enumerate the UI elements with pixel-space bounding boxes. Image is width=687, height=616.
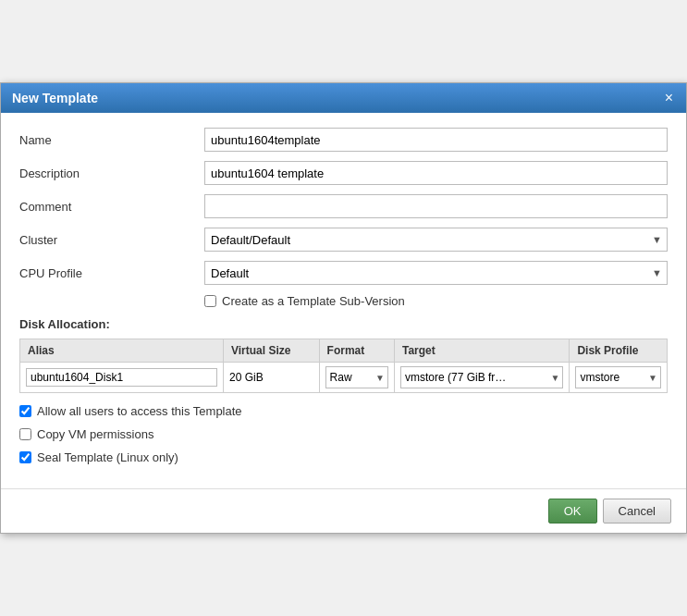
allow-users-checkbox[interactable] xyxy=(19,405,31,417)
close-button[interactable]: × xyxy=(663,91,675,105)
col-format: Format xyxy=(319,339,394,363)
format-select[interactable]: Raw xyxy=(325,366,388,388)
disk-profile-cell: vmstore ▼ xyxy=(570,363,668,393)
allow-users-row: Allow all users to access this Template xyxy=(19,404,668,418)
cpu-profile-select[interactable]: Default xyxy=(204,261,668,285)
cluster-row: Cluster Default/Default ▼ xyxy=(19,228,668,252)
cluster-select-wrap: Default/Default ▼ xyxy=(204,228,668,252)
comment-row: Comment xyxy=(19,194,668,218)
disk-allocation-title: Disk Allocation: xyxy=(19,317,668,331)
description-label: Description xyxy=(19,166,204,180)
allow-users-label[interactable]: Allow all users to access this Template xyxy=(37,404,242,418)
cluster-label: Cluster xyxy=(19,233,204,247)
target-cell: vmstore (77 GiB fr… ▼ xyxy=(394,363,569,393)
cpu-profile-select-wrap: Default ▼ xyxy=(204,261,668,285)
dialog-title: New Template xyxy=(12,91,98,105)
col-target: Target xyxy=(394,339,569,363)
format-select-wrap: Raw ▼ xyxy=(325,366,388,388)
format-cell: Raw ▼ xyxy=(319,363,394,393)
cpu-profile-label: CPU Profile xyxy=(19,266,204,280)
target-select-wrap: vmstore (77 GiB fr… ▼ xyxy=(400,366,563,388)
disk-allocation-table: Alias Virtual Size Format Target Disk Pr… xyxy=(19,339,668,393)
description-row: Description xyxy=(19,161,668,185)
target-select[interactable]: vmstore (77 GiB fr… xyxy=(400,366,563,388)
col-disk-profile: Disk Profile xyxy=(570,339,668,363)
sub-version-checkbox[interactable] xyxy=(204,295,216,307)
col-virtual-size: Virtual Size xyxy=(223,339,319,363)
table-header-row: Alias Virtual Size Format Target Disk Pr… xyxy=(20,339,668,363)
dialog-body: Name Description Comment Cluster Default… xyxy=(1,113,686,488)
cpu-profile-row: CPU Profile Default ▼ xyxy=(19,261,668,285)
copy-permissions-checkbox[interactable] xyxy=(19,428,31,440)
copy-permissions-label[interactable]: Copy VM permissions xyxy=(37,427,153,441)
comment-input[interactable] xyxy=(204,194,668,218)
seal-template-row: Seal Template (Linux only) xyxy=(19,450,668,464)
copy-permissions-row: Copy VM permissions xyxy=(19,427,668,441)
name-label: Name xyxy=(19,133,204,147)
new-template-dialog: New Template × Name Description Comment … xyxy=(0,82,687,534)
sub-version-label[interactable]: Create as a Template Sub-Version xyxy=(222,294,405,308)
ok-button[interactable]: OK xyxy=(548,499,597,524)
virtual-size-cell: 20 GiB xyxy=(223,363,319,393)
description-input[interactable] xyxy=(204,161,668,185)
seal-template-checkbox[interactable] xyxy=(19,451,31,463)
table-row: 20 GiB Raw ▼ vmstore (77 GiB fr… xyxy=(20,363,668,393)
name-row: Name xyxy=(19,128,668,152)
name-input[interactable] xyxy=(204,128,668,152)
col-alias: Alias xyxy=(20,339,224,363)
cancel-button[interactable]: Cancel xyxy=(603,499,671,524)
seal-template-label[interactable]: Seal Template (Linux only) xyxy=(37,450,178,464)
cluster-select[interactable]: Default/Default xyxy=(204,228,668,252)
comment-label: Comment xyxy=(19,200,204,214)
disk-profile-select-wrap: vmstore ▼ xyxy=(575,366,661,388)
sub-version-row: Create as a Template Sub-Version xyxy=(204,294,668,308)
alias-cell xyxy=(20,363,224,393)
disk-profile-select[interactable]: vmstore xyxy=(575,366,661,388)
alias-input[interactable] xyxy=(26,368,217,387)
dialog-footer: OK Cancel xyxy=(1,488,686,533)
dialog-header: New Template × xyxy=(1,83,686,113)
